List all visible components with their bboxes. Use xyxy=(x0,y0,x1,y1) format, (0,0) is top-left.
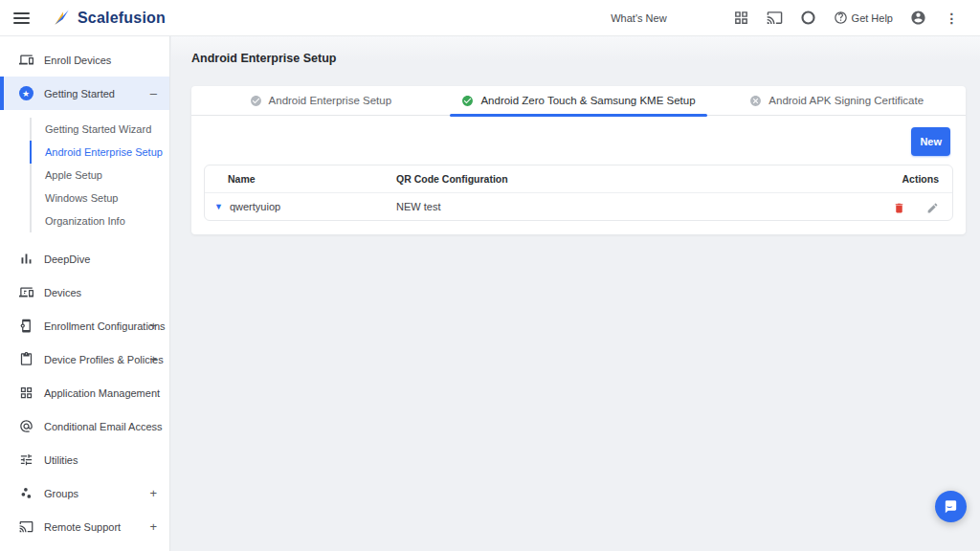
subnav-item-getting-started-wizard[interactable]: Getting Started Wizard xyxy=(30,118,169,141)
table-header-row: Name QR Code Configuration Actions xyxy=(205,165,952,192)
chat-bubble-icon xyxy=(943,498,959,515)
status-ring-icon[interactable] xyxy=(800,10,816,26)
table-toolbar: New xyxy=(191,116,966,165)
subnav-item-organization-info[interactable]: Organization Info xyxy=(30,209,169,232)
column-header-qr-config: QR Code Configuration xyxy=(396,173,870,185)
tab-android-apk-signing-certificate[interactable]: Android APK Signing Certificate xyxy=(707,86,966,115)
tab-label: Android APK Signing Certificate xyxy=(768,95,924,106)
sidebar-item-application-management[interactable]: Application Management xyxy=(0,376,169,409)
sidebar-item-remote-support[interactable]: Remote Support + xyxy=(0,510,169,543)
more-options-icon[interactable]: ⋮ xyxy=(944,10,960,26)
sidebar-item-label: Conditional Email Access xyxy=(44,421,163,432)
subnav-item-windows-setup[interactable]: Windows Setup xyxy=(30,187,169,209)
sidebar: Enroll Devices ★ Getting Started – Getti… xyxy=(0,36,170,551)
top-bar: Scalefusion What's New Get Help ⋮ xyxy=(0,0,980,36)
tune-icon xyxy=(18,452,33,468)
table-row: ▼ qwertyuiop NEW test xyxy=(205,192,952,220)
expand-icon[interactable]: + xyxy=(149,486,157,500)
sidebar-item-devices[interactable]: Devices xyxy=(0,276,169,309)
sidebar-item-label: Getting Started xyxy=(44,88,115,99)
column-header-name: Name xyxy=(205,173,396,185)
at-email-icon xyxy=(18,419,33,434)
sidebar-item-label: Groups xyxy=(44,488,78,499)
sidebar-item-device-profiles-policies[interactable]: Device Profiles & Policies + xyxy=(0,342,169,376)
sidebar-item-label: Devices xyxy=(44,287,81,298)
sidebar-item-label: Device Profiles & Policies xyxy=(44,354,164,365)
subnav-item-android-enterprise-setup[interactable]: Android Enterprise Setup xyxy=(30,141,169,164)
chat-widget-button[interactable] xyxy=(935,491,967,522)
sidebar-item-getting-started[interactable]: ★ Getting Started – xyxy=(0,77,169,110)
sidebar-item-utilities[interactable]: Utilities xyxy=(0,443,169,476)
setup-tabbar: Android Enterprise Setup Android Zero To… xyxy=(191,86,966,116)
setup-card: Android Enterprise Setup Android Zero To… xyxy=(191,86,966,234)
tab-android-zero-touch-samsung-kme[interactable]: Android Zero Touch & Samsung KME Setup xyxy=(450,86,708,115)
row-expand-caret-icon[interactable]: ▼ xyxy=(214,202,223,211)
brand-logo: Scalefusion xyxy=(53,9,166,27)
edit-icon[interactable] xyxy=(926,201,939,213)
tab-label: Android Zero Touch & Samsung KME Setup xyxy=(480,95,695,106)
column-header-actions: Actions xyxy=(870,173,952,185)
phone-setup-icon xyxy=(18,319,33,334)
bar-chart-icon xyxy=(18,252,33,267)
row-name: qwertyuiop xyxy=(230,201,280,212)
get-help-button[interactable]: Get Help xyxy=(834,11,893,25)
sidebar-item-deepdive[interactable]: DeepDive xyxy=(0,242,169,276)
cast-icon[interactable] xyxy=(767,10,783,26)
whats-new-link[interactable]: What's New xyxy=(611,12,666,24)
menu-icon[interactable] xyxy=(13,10,30,27)
account-avatar-icon[interactable] xyxy=(910,10,926,26)
subnav-item-apple-setup[interactable]: Apple Setup xyxy=(30,164,169,187)
new-button[interactable]: New xyxy=(911,127,950,156)
configurations-table: Name QR Code Configuration Actions ▼ qwe… xyxy=(204,165,953,221)
page-title: Android Enterprise Setup xyxy=(191,52,980,65)
main-content: Android Enterprise Setup Android Enterpr… xyxy=(171,36,980,551)
sidebar-item-label: DeepDive xyxy=(44,253,90,265)
tab-android-enterprise-setup[interactable]: Android Enterprise Setup xyxy=(191,86,450,115)
devices-icon xyxy=(18,53,33,68)
expand-icon[interactable]: + xyxy=(149,352,157,366)
devices-icon xyxy=(18,285,33,300)
scalefusion-logo-icon xyxy=(53,9,71,27)
tab-label: Android Enterprise Setup xyxy=(269,95,392,106)
sidebar-item-label: Enrollment Configurations xyxy=(44,320,166,332)
cancel-circle-icon xyxy=(749,95,762,107)
sidebar-item-conditional-email-access[interactable]: Conditional Email Access xyxy=(0,409,169,443)
apps-grid-icon[interactable] xyxy=(733,10,749,26)
sidebar-item-label: Enroll Devices xyxy=(44,55,111,66)
get-help-label: Get Help xyxy=(852,12,893,24)
check-circle-green-icon xyxy=(461,95,474,107)
sidebar-item-label: Remote Support xyxy=(44,521,121,533)
star-badge-icon: ★ xyxy=(18,86,33,101)
row-qr-config: NEW test xyxy=(396,201,870,212)
sidebar-item-label: Utilities xyxy=(44,454,78,466)
grid-icon xyxy=(18,386,33,401)
brand-name: Scalefusion xyxy=(78,10,166,27)
cluster-dots-icon xyxy=(18,486,33,501)
getting-started-subnav: Getting Started Wizard Android Enterpris… xyxy=(30,118,169,232)
expand-icon[interactable]: + xyxy=(149,519,157,534)
sidebar-item-enroll-devices[interactable]: Enroll Devices xyxy=(0,43,169,77)
delete-icon[interactable] xyxy=(893,201,905,213)
help-icon xyxy=(834,11,848,25)
sidebar-item-enrollment-configurations[interactable]: Enrollment Configurations + xyxy=(0,309,169,342)
sidebar-item-label: Application Management xyxy=(44,387,160,399)
check-circle-gray-icon xyxy=(250,95,262,107)
cast-icon xyxy=(18,519,33,535)
clipboard-icon xyxy=(18,352,33,367)
collapse-icon[interactable]: – xyxy=(150,86,157,100)
expand-icon[interactable]: + xyxy=(149,319,157,333)
sidebar-item-groups[interactable]: Groups + xyxy=(0,476,169,510)
